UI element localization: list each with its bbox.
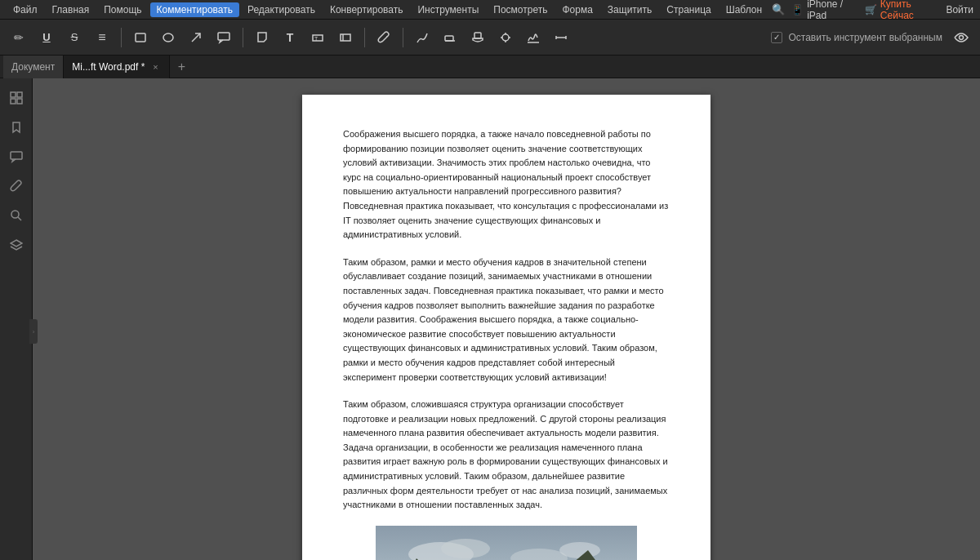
svg-rect-25 <box>11 152 22 159</box>
sep4 <box>403 28 403 47</box>
svg-point-31 <box>441 539 490 558</box>
keep-tool-label: Оставить инструмент выбранным <box>789 32 943 43</box>
left-sidebar <box>0 78 33 560</box>
sep1 <box>121 28 122 47</box>
menu-help[interactable]: Помощь <box>97 2 148 17</box>
svg-point-33 <box>559 542 600 558</box>
toolbar: ✏ U S ≡ T T <box>0 20 980 56</box>
menu-convert[interactable]: Конвертировать <box>323 2 410 17</box>
sep2 <box>243 28 243 47</box>
sep3 <box>364 28 365 47</box>
paragraph-3: Таким образом, сложившаяся структура орг… <box>343 398 670 513</box>
svg-point-26 <box>11 211 19 218</box>
tab-word-pdf[interactable]: Mi...ft Word.pdf * × <box>64 56 170 78</box>
document-page: Соображения высшего порядка, а также нач… <box>302 95 710 560</box>
svg-rect-10 <box>474 33 481 38</box>
line-tool-btn[interactable] <box>549 25 573 50</box>
keep-tool-checkbox[interactable] <box>771 32 782 43</box>
menu-view[interactable]: Посмотреть <box>487 2 554 17</box>
landscape-image <box>343 526 670 560</box>
text-tool-btn[interactable]: T <box>278 25 302 50</box>
attach-tool-btn[interactable] <box>372 25 396 50</box>
comments-icon[interactable] <box>3 144 29 170</box>
menu-template[interactable]: Шаблон <box>719 2 768 17</box>
menu-edit[interactable]: Редактировать <box>241 2 322 17</box>
visibility-toggle[interactable] <box>949 25 973 50</box>
svg-point-11 <box>502 34 509 41</box>
tab-close-btn[interactable]: × <box>149 61 161 73</box>
tab-document[interactable]: Документ <box>3 56 64 78</box>
document-image <box>343 526 670 560</box>
search-icon[interactable]: 🔍 <box>772 3 785 16</box>
rectangle-tool-btn[interactable] <box>128 25 153 50</box>
paragraph-2: Таким образом, рамки и место обучения ка… <box>343 256 670 384</box>
svg-point-1 <box>163 33 173 42</box>
document-container[interactable]: Соображения высшего порядка, а также нач… <box>33 78 980 560</box>
note-tool-btn[interactable] <box>250 25 274 50</box>
svg-line-2 <box>192 33 200 42</box>
svg-rect-23 <box>11 99 16 104</box>
textbox-tool-btn[interactable] <box>333 25 358 50</box>
callout-tool-btn[interactable] <box>212 25 236 50</box>
tabs-bar: Документ Mi...ft Word.pdf * × + <box>0 56 980 78</box>
svg-rect-24 <box>17 99 22 104</box>
menu-tools[interactable]: Инструменты <box>411 2 485 17</box>
menu-page[interactable]: Страница <box>660 2 717 17</box>
menu-home[interactable]: Главная <box>46 2 96 17</box>
underline-tool-btn[interactable]: U <box>34 25 59 50</box>
svg-rect-21 <box>11 92 16 97</box>
pencil-tool-btn[interactable]: ✏ <box>7 25 31 50</box>
new-tab-button[interactable]: + <box>170 56 193 78</box>
svg-rect-22 <box>17 92 22 97</box>
attachments-icon[interactable] <box>3 173 29 199</box>
menu-comment[interactable]: Комментировать <box>150 2 239 17</box>
iphone-ipad-label: 📱 iPhone / iPad <box>791 0 858 21</box>
svg-rect-3 <box>218 33 229 40</box>
layers-icon[interactable] <box>3 232 29 258</box>
oval-tool-btn[interactable] <box>156 25 180 50</box>
typewriter-tool-btn[interactable]: T <box>305 25 330 50</box>
svg-marker-28 <box>11 240 22 247</box>
paragraph-1: Соображения высшего порядка, а также нач… <box>343 127 670 242</box>
svg-line-27 <box>18 217 21 220</box>
strikethrough-tool-btn[interactable]: S <box>62 25 87 50</box>
highlight-tool-btn[interactable]: ≡ <box>90 25 114 50</box>
thumbnails-icon[interactable] <box>3 85 29 111</box>
buy-now-button[interactable]: 🛒 Купить Сейчас <box>865 0 940 21</box>
signin-button[interactable]: Войти <box>946 4 973 16</box>
menu-form[interactable]: Форма <box>555 2 599 17</box>
svg-point-20 <box>960 35 964 39</box>
bookmarks-icon[interactable] <box>3 114 29 140</box>
stamp-tool-btn[interactable] <box>466 25 490 50</box>
cart-icon: 🛒 <box>865 4 877 16</box>
measure-tool-btn[interactable] <box>493 25 518 50</box>
svg-rect-0 <box>136 33 145 42</box>
menu-file[interactable]: Файл <box>7 2 44 17</box>
phone-icon: 📱 <box>791 4 804 16</box>
arrow-tool-btn[interactable] <box>184 25 208 50</box>
svg-rect-6 <box>341 34 350 41</box>
menubar: Файл Главная Помощь Комментировать Редак… <box>0 0 980 20</box>
svg-text:T: T <box>314 36 318 42</box>
freehand-tool-btn[interactable] <box>410 25 434 50</box>
search-sidebar-icon[interactable] <box>3 202 29 229</box>
erase-tool-btn[interactable] <box>438 25 462 50</box>
menu-protect[interactable]: Защитить <box>601 2 658 17</box>
signature-tool-btn[interactable] <box>521 25 546 50</box>
sidebar-collapse-handle[interactable]: › <box>29 319 38 344</box>
svg-rect-8 <box>445 36 453 41</box>
